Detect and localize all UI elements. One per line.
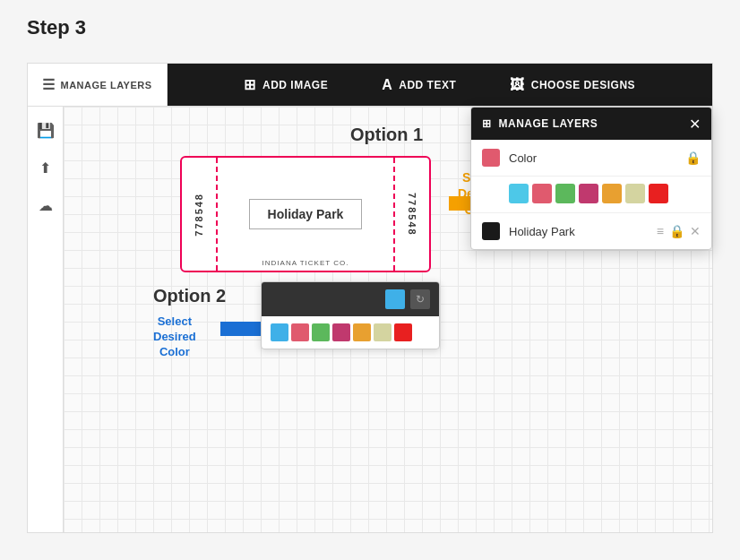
text-icon: A bbox=[382, 77, 392, 93]
mlp-holiday-park-row: Holiday Park ≡ 🔒 ✕ bbox=[471, 213, 711, 249]
step-label: Step 3 bbox=[27, 16, 86, 39]
mini-panel-header: ↻ bbox=[262, 282, 439, 316]
ticket-stub-right: 778548 bbox=[393, 158, 429, 271]
mini-panel-colors bbox=[262, 316, 439, 349]
ticket-stub-left: 778548 bbox=[182, 158, 218, 271]
mlp-swatch-pink[interactable] bbox=[532, 184, 552, 203]
mlp-layers-icon: ⊞ bbox=[482, 117, 492, 130]
save-icon[interactable]: 💾 bbox=[33, 117, 58, 142]
ticket-footer: INDIANA TICKET CO. bbox=[262, 259, 349, 267]
mini-swatch-tan[interactable] bbox=[374, 323, 392, 341]
mlp-lock2-icon[interactable]: 🔒 bbox=[669, 224, 684, 238]
mlp-holiday-park-label: Holiday Park bbox=[509, 225, 648, 238]
manage-layers-toolbar-btn[interactable]: ☰ MANAGE LAYERS bbox=[28, 64, 168, 106]
mlp-swatch-green[interactable] bbox=[555, 184, 575, 203]
add-text-button[interactable]: A ADD TEXT bbox=[373, 77, 465, 93]
mini-swatch-crimson[interactable] bbox=[332, 323, 350, 341]
toolbar-actions: ⊞ ADD IMAGE A ADD TEXT 🖼 CHOOSE DESIGNS bbox=[168, 64, 712, 106]
mlp-holiday-park-swatch bbox=[482, 222, 500, 240]
mlp-swatch-crimson[interactable] bbox=[579, 184, 598, 203]
main-area: ☰ MANAGE LAYERS ⊞ ADD IMAGE A ADD TEXT 🖼… bbox=[27, 63, 713, 533]
ticket-inner: 778548 Holiday Park 778548 INDIANA TICKE… bbox=[182, 158, 429, 271]
left-sidebar: 💾 ⬆ ☁ bbox=[28, 107, 64, 532]
mini-swatch-pink[interactable] bbox=[291, 323, 309, 341]
layers-icon: ☰ bbox=[42, 76, 56, 93]
ticket-center: Holiday Park bbox=[218, 199, 393, 229]
mlp-row2-icons: ≡ 🔒 ✕ bbox=[657, 224, 701, 238]
ticket: 778548 Holiday Park 778548 INDIANA TICKE… bbox=[180, 156, 431, 272]
mlp-swatch-orange[interactable] bbox=[602, 184, 622, 203]
choose-designs-button[interactable]: 🖼 CHOOSE DESIGNS bbox=[501, 77, 644, 93]
mlp-swatch-red[interactable] bbox=[649, 184, 668, 203]
ticket-number-left: 778548 bbox=[194, 193, 204, 237]
mlp-header-left: ⊞ MANAGE LAYERS bbox=[482, 117, 598, 130]
mlp-header: ⊞ MANAGE LAYERS ✕ bbox=[471, 108, 711, 140]
image-icon: 🖼 bbox=[510, 77, 525, 93]
mini-swatch-red[interactable] bbox=[394, 323, 412, 341]
cloud-icon[interactable]: ☁ bbox=[33, 193, 58, 218]
mini-swatch-orange[interactable] bbox=[353, 323, 371, 341]
mlp-color-row: Color 🔒 bbox=[471, 140, 711, 177]
manage-layers-label: MANAGE LAYERS bbox=[61, 80, 152, 90]
mini-color-panel: ↻ bbox=[261, 281, 440, 349]
mlp-color-swatch-pink[interactable] bbox=[482, 149, 500, 167]
mlp-lock-icon[interactable]: 🔒 bbox=[685, 151, 701, 165]
mlp-colors-row bbox=[471, 177, 711, 213]
option2-label: Option 2 bbox=[153, 286, 226, 306]
mlp-color-label: Color bbox=[509, 151, 676, 165]
mini-blue-square bbox=[385, 289, 405, 309]
mlp-close-button[interactable]: ✕ bbox=[689, 116, 701, 133]
manage-layers-panel: ⊞ MANAGE LAYERS ✕ Color 🔒 bbox=[470, 107, 712, 250]
option1-label: Option 1 bbox=[350, 125, 423, 145]
toolbar: ☰ MANAGE LAYERS ⊞ ADD IMAGE A ADD TEXT 🖼… bbox=[28, 64, 712, 107]
add-text-label: ADD TEXT bbox=[399, 79, 456, 91]
upload-icon[interactable]: ⬆ bbox=[33, 155, 58, 180]
mlp-menu-icon[interactable]: ≡ bbox=[657, 224, 664, 238]
select-desired-color-option2: SelectDesiredColor bbox=[153, 314, 196, 360]
add-image-button[interactable]: ⊞ ADD IMAGE bbox=[235, 76, 337, 93]
mini-swatch-cyan[interactable] bbox=[271, 323, 288, 341]
mlp-delete-icon[interactable]: ✕ bbox=[690, 224, 701, 238]
ticket-number-right: 778548 bbox=[407, 193, 417, 237]
add-image-label: ADD IMAGE bbox=[262, 79, 328, 91]
mlp-title: MANAGE LAYERS bbox=[499, 117, 598, 130]
mini-refresh-icon[interactable]: ↻ bbox=[410, 289, 430, 309]
ticket-center-text: Holiday Park bbox=[249, 199, 363, 229]
camera-icon: ⊞ bbox=[244, 76, 256, 93]
mini-swatch-green[interactable] bbox=[312, 323, 330, 341]
mlp-swatch-cyan[interactable] bbox=[509, 184, 529, 203]
mlp-swatch-tan[interactable] bbox=[625, 184, 645, 203]
choose-designs-label: CHOOSE DESIGNS bbox=[531, 79, 635, 91]
